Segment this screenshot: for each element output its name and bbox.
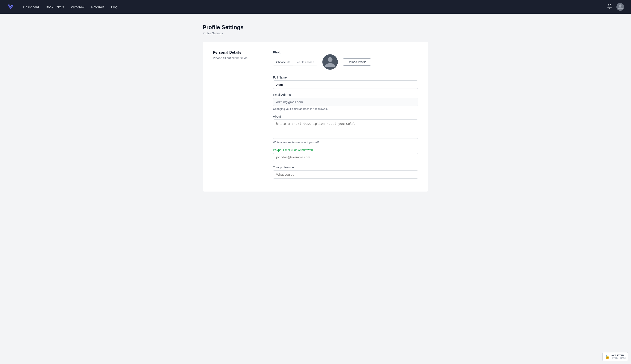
paypal-label: Paypal Email (For withdrawal) [273,148,418,152]
profession-label: Your profession [273,166,418,169]
card-left-subtitle: Please fill out all the fields. [213,56,256,60]
nav-blog[interactable]: Blog [111,4,118,10]
file-input-wrapper: Choose file No file chosen [273,59,317,66]
page-title: Profile Settings [203,24,428,31]
upload-profile-button[interactable]: Upload Profile [343,58,371,66]
profession-group: Your profession [273,166,418,179]
notification-bell-icon[interactable] [607,4,612,10]
user-avatar[interactable] [616,3,624,11]
about-label: About [273,115,418,118]
choose-file-button[interactable]: Choose file [273,59,293,66]
navbar-actions [607,3,624,11]
navbar-links: Dashboard Book Tickets Withdraw Referral… [23,4,607,10]
card-left-title: Personal Details [213,50,256,55]
nav-withdraw[interactable]: Withdraw [71,4,84,10]
profile-card: Personal Details Please fill out all the… [203,42,428,192]
about-group: About Write a few sentences about yourse… [273,115,418,144]
email-label: Email Address [273,93,418,96]
paypal-input[interactable] [273,153,418,161]
recaptcha-icon: 🔒 [605,354,609,359]
photo-row: Choose file No file chosen Upload Profil… [273,54,418,70]
recaptcha-badge: 🔒 reCAPTCHA Privacy - Terms [602,352,628,361]
breadcrumb: Profile Settings [203,32,428,35]
about-textarea[interactable] [273,120,418,139]
profession-input[interactable] [273,170,418,179]
email-input[interactable] [273,98,418,106]
full-name-input[interactable] [273,80,418,89]
photo-section: Photo Choose file No file chosen Upload … [273,50,418,70]
page-content: Profile Settings Profile Settings Person… [198,14,433,202]
card-right: Photo Choose file No file chosen Upload … [273,50,418,183]
no-file-label: No file chosen [293,59,317,66]
about-hint: Write a few sentences about yourself. [273,141,418,144]
email-hint: Changing your email address is not allow… [273,107,418,110]
photo-label: Photo [273,50,282,54]
nav-referrals[interactable]: Referrals [91,4,104,10]
profile-avatar-preview [322,54,338,70]
card-left: Personal Details Please fill out all the… [213,50,256,183]
logo[interactable] [7,3,15,11]
navbar: Dashboard Book Tickets Withdraw Referral… [0,0,631,14]
full-name-group: Full Name [273,76,418,89]
email-group: Email Address Changing your email addres… [273,93,418,110]
recaptcha-text: reCAPTCHA Privacy - Terms [611,354,626,359]
nav-book-tickets[interactable]: Book Tickets [46,4,64,10]
nav-dashboard[interactable]: Dashboard [23,4,39,10]
full-name-label: Full Name [273,76,418,79]
paypal-group: Paypal Email (For withdrawal) [273,148,418,161]
